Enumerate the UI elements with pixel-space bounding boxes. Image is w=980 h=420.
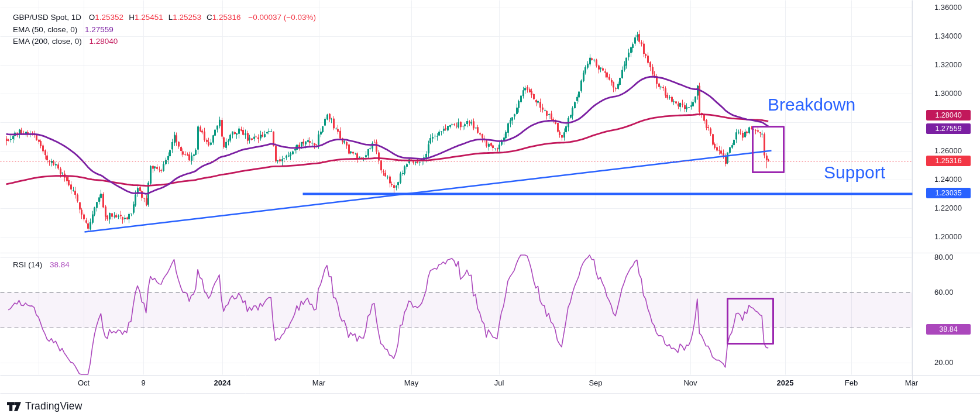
breakdown-annotation[interactable]: Breakdown — [768, 95, 855, 115]
ema50-label: EMA (50, close, 0) — [13, 25, 77, 34]
price-axis-badge: 1.25316 — [926, 156, 971, 166]
ohlc-value: 1.25253 — [173, 13, 201, 22]
price-axis-label: 1.22000 — [934, 204, 962, 212]
rsi-label: RSI (14) — [13, 260, 42, 269]
time-axis-label: Mar — [312, 378, 325, 387]
price-axis-badge: 1.27559 — [926, 123, 971, 134]
tradingview-logo-icon — [7, 401, 21, 412]
price-axis-label: 1.26000 — [934, 146, 962, 155]
ohlc-key: O — [89, 13, 95, 22]
time-axis-label: May — [404, 378, 419, 387]
price-axis-label: 1.36000 — [934, 3, 962, 12]
price-axis-label: 1.20000 — [934, 232, 962, 241]
ema200-value: 1.28040 — [90, 37, 118, 46]
ema50-value: 1.27559 — [85, 25, 114, 34]
change-value: −0.00037 (−0.03%) — [248, 13, 316, 22]
ohlc-value: 1.25316 — [212, 13, 241, 22]
rsi-legend[interactable]: RSI (14) 38.84 — [13, 260, 70, 269]
ohlc-value: 1.25451 — [135, 13, 163, 22]
ohlc-key: C — [207, 13, 212, 22]
chart-canvas[interactable] — [0, 0, 980, 420]
price-axis-label: 1.24000 — [934, 175, 962, 184]
ohlc-values: O1.25352H1.25451L1.25253C1.25316 — [89, 13, 246, 22]
tradingview-logo[interactable]: TradingView — [7, 400, 82, 412]
ema200-label: EMA (200, close, 0) — [13, 37, 82, 46]
price-axis-label: 1.32000 — [934, 60, 962, 69]
support-annotation[interactable]: Support — [824, 163, 885, 183]
rsi-value: 38.84 — [50, 260, 70, 269]
price-axis-label: 1.30000 — [934, 89, 962, 98]
time-axis-label: Oct — [78, 378, 90, 387]
time-axis-label: Jul — [494, 378, 504, 387]
symbol-title: GBP/USD Spot, 1D — [13, 13, 81, 22]
rsi-axis-label: 80.00 — [934, 253, 954, 261]
symbol-legend[interactable]: GBP/USD Spot, 1D O1.25352H1.25451L1.2525… — [13, 13, 316, 22]
ohlc-key: H — [129, 13, 135, 22]
time-axis-label: Mar — [905, 378, 918, 387]
time-axis-label: Nov — [683, 378, 697, 387]
rsi-axis-label: 20.00 — [934, 358, 954, 367]
tradingview-chart: GBP/USD Spot, 1D O1.25352H1.25451L1.2525… — [0, 0, 980, 420]
price-axis-badge: 1.28040 — [926, 110, 971, 121]
ohlc-value: 1.25352 — [95, 13, 123, 22]
time-axis-label: 2025 — [777, 378, 794, 387]
time-axis-label: Sep — [589, 378, 602, 387]
ema50-legend[interactable]: EMA (50, close, 0) 1.27559 — [13, 25, 114, 34]
time-axis-label: 9 — [141, 378, 145, 387]
price-axis-label: 1.34000 — [934, 32, 962, 40]
price-axis-badge: 1.23035 — [926, 188, 971, 198]
time-axis-label: Feb — [845, 378, 858, 387]
rsi-axis-badge: 38.84 — [926, 324, 971, 335]
rsi-axis-label: 60.00 — [934, 288, 954, 297]
time-axis-label: 2024 — [214, 378, 231, 387]
ema200-legend[interactable]: EMA (200, close, 0) 1.28040 — [13, 37, 118, 46]
tradingview-logo-text: TradingView — [25, 400, 82, 412]
